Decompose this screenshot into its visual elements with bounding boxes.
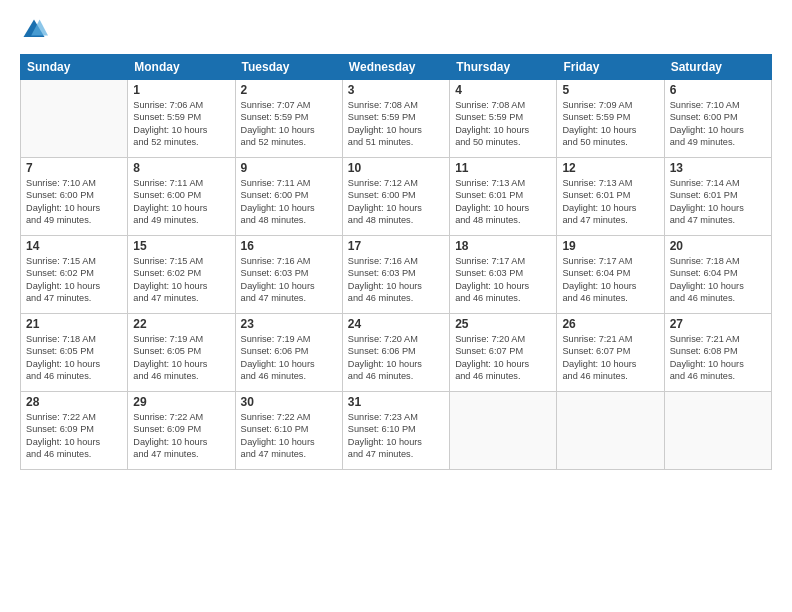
day-number: 9 [241, 161, 337, 175]
day-info: Sunrise: 7:12 AM Sunset: 6:00 PM Dayligh… [348, 177, 444, 227]
day-info: Sunrise: 7:22 AM Sunset: 6:09 PM Dayligh… [133, 411, 229, 461]
calendar-cell: 13Sunrise: 7:14 AM Sunset: 6:01 PM Dayli… [664, 158, 771, 236]
calendar-cell: 26Sunrise: 7:21 AM Sunset: 6:07 PM Dayli… [557, 314, 664, 392]
calendar-cell: 15Sunrise: 7:15 AM Sunset: 6:02 PM Dayli… [128, 236, 235, 314]
day-info: Sunrise: 7:22 AM Sunset: 6:10 PM Dayligh… [241, 411, 337, 461]
calendar-cell: 11Sunrise: 7:13 AM Sunset: 6:01 PM Dayli… [450, 158, 557, 236]
calendar-cell: 25Sunrise: 7:20 AM Sunset: 6:07 PM Dayli… [450, 314, 557, 392]
calendar-week-3: 14Sunrise: 7:15 AM Sunset: 6:02 PM Dayli… [21, 236, 772, 314]
day-info: Sunrise: 7:15 AM Sunset: 6:02 PM Dayligh… [133, 255, 229, 305]
weekday-header-friday: Friday [557, 55, 664, 80]
day-number: 23 [241, 317, 337, 331]
day-number: 7 [26, 161, 122, 175]
calendar-cell: 19Sunrise: 7:17 AM Sunset: 6:04 PM Dayli… [557, 236, 664, 314]
day-info: Sunrise: 7:18 AM Sunset: 6:04 PM Dayligh… [670, 255, 766, 305]
day-info: Sunrise: 7:15 AM Sunset: 6:02 PM Dayligh… [26, 255, 122, 305]
weekday-header-thursday: Thursday [450, 55, 557, 80]
day-number: 31 [348, 395, 444, 409]
calendar-cell: 31Sunrise: 7:23 AM Sunset: 6:10 PM Dayli… [342, 392, 449, 470]
calendar-cell: 17Sunrise: 7:16 AM Sunset: 6:03 PM Dayli… [342, 236, 449, 314]
calendar-cell: 5Sunrise: 7:09 AM Sunset: 5:59 PM Daylig… [557, 80, 664, 158]
day-number: 22 [133, 317, 229, 331]
day-number: 16 [241, 239, 337, 253]
calendar-week-4: 21Sunrise: 7:18 AM Sunset: 6:05 PM Dayli… [21, 314, 772, 392]
day-info: Sunrise: 7:17 AM Sunset: 6:04 PM Dayligh… [562, 255, 658, 305]
day-info: Sunrise: 7:08 AM Sunset: 5:59 PM Dayligh… [455, 99, 551, 149]
day-info: Sunrise: 7:06 AM Sunset: 5:59 PM Dayligh… [133, 99, 229, 149]
day-info: Sunrise: 7:16 AM Sunset: 6:03 PM Dayligh… [241, 255, 337, 305]
day-info: Sunrise: 7:22 AM Sunset: 6:09 PM Dayligh… [26, 411, 122, 461]
calendar-cell: 21Sunrise: 7:18 AM Sunset: 6:05 PM Dayli… [21, 314, 128, 392]
calendar-week-1: 1Sunrise: 7:06 AM Sunset: 5:59 PM Daylig… [21, 80, 772, 158]
calendar-cell: 23Sunrise: 7:19 AM Sunset: 6:06 PM Dayli… [235, 314, 342, 392]
calendar-cell: 2Sunrise: 7:07 AM Sunset: 5:59 PM Daylig… [235, 80, 342, 158]
day-number: 4 [455, 83, 551, 97]
calendar-cell: 28Sunrise: 7:22 AM Sunset: 6:09 PM Dayli… [21, 392, 128, 470]
day-number: 18 [455, 239, 551, 253]
day-number: 10 [348, 161, 444, 175]
day-info: Sunrise: 7:21 AM Sunset: 6:07 PM Dayligh… [562, 333, 658, 383]
day-number: 19 [562, 239, 658, 253]
day-info: Sunrise: 7:09 AM Sunset: 5:59 PM Dayligh… [562, 99, 658, 149]
logo [20, 16, 50, 44]
day-info: Sunrise: 7:13 AM Sunset: 6:01 PM Dayligh… [562, 177, 658, 227]
day-info: Sunrise: 7:16 AM Sunset: 6:03 PM Dayligh… [348, 255, 444, 305]
day-info: Sunrise: 7:18 AM Sunset: 6:05 PM Dayligh… [26, 333, 122, 383]
calendar-week-2: 7Sunrise: 7:10 AM Sunset: 6:00 PM Daylig… [21, 158, 772, 236]
day-info: Sunrise: 7:20 AM Sunset: 6:06 PM Dayligh… [348, 333, 444, 383]
day-info: Sunrise: 7:17 AM Sunset: 6:03 PM Dayligh… [455, 255, 551, 305]
calendar-cell: 18Sunrise: 7:17 AM Sunset: 6:03 PM Dayli… [450, 236, 557, 314]
day-info: Sunrise: 7:23 AM Sunset: 6:10 PM Dayligh… [348, 411, 444, 461]
weekday-header-tuesday: Tuesday [235, 55, 342, 80]
day-info: Sunrise: 7:10 AM Sunset: 6:00 PM Dayligh… [26, 177, 122, 227]
day-number: 6 [670, 83, 766, 97]
day-info: Sunrise: 7:13 AM Sunset: 6:01 PM Dayligh… [455, 177, 551, 227]
calendar-table: SundayMondayTuesdayWednesdayThursdayFrid… [20, 54, 772, 470]
logo-icon [20, 16, 48, 44]
day-number: 2 [241, 83, 337, 97]
day-number: 5 [562, 83, 658, 97]
calendar-cell [450, 392, 557, 470]
calendar-cell: 27Sunrise: 7:21 AM Sunset: 6:08 PM Dayli… [664, 314, 771, 392]
day-number: 29 [133, 395, 229, 409]
calendar-cell: 20Sunrise: 7:18 AM Sunset: 6:04 PM Dayli… [664, 236, 771, 314]
calendar-cell: 9Sunrise: 7:11 AM Sunset: 6:00 PM Daylig… [235, 158, 342, 236]
weekday-header-sunday: Sunday [21, 55, 128, 80]
calendar-cell [557, 392, 664, 470]
day-number: 20 [670, 239, 766, 253]
day-number: 15 [133, 239, 229, 253]
day-number: 13 [670, 161, 766, 175]
calendar-cell: 12Sunrise: 7:13 AM Sunset: 6:01 PM Dayli… [557, 158, 664, 236]
day-info: Sunrise: 7:19 AM Sunset: 6:05 PM Dayligh… [133, 333, 229, 383]
calendar-cell [664, 392, 771, 470]
calendar-cell: 10Sunrise: 7:12 AM Sunset: 6:00 PM Dayli… [342, 158, 449, 236]
weekday-header-saturday: Saturday [664, 55, 771, 80]
weekday-header-wednesday: Wednesday [342, 55, 449, 80]
weekday-header-monday: Monday [128, 55, 235, 80]
calendar-cell: 8Sunrise: 7:11 AM Sunset: 6:00 PM Daylig… [128, 158, 235, 236]
calendar-cell: 3Sunrise: 7:08 AM Sunset: 5:59 PM Daylig… [342, 80, 449, 158]
header [20, 16, 772, 44]
day-number: 17 [348, 239, 444, 253]
day-info: Sunrise: 7:07 AM Sunset: 5:59 PM Dayligh… [241, 99, 337, 149]
day-number: 1 [133, 83, 229, 97]
day-number: 30 [241, 395, 337, 409]
day-info: Sunrise: 7:21 AM Sunset: 6:08 PM Dayligh… [670, 333, 766, 383]
day-number: 26 [562, 317, 658, 331]
calendar-cell [21, 80, 128, 158]
calendar-cell: 4Sunrise: 7:08 AM Sunset: 5:59 PM Daylig… [450, 80, 557, 158]
day-info: Sunrise: 7:20 AM Sunset: 6:07 PM Dayligh… [455, 333, 551, 383]
calendar-cell: 6Sunrise: 7:10 AM Sunset: 6:00 PM Daylig… [664, 80, 771, 158]
calendar-week-5: 28Sunrise: 7:22 AM Sunset: 6:09 PM Dayli… [21, 392, 772, 470]
calendar-cell: 29Sunrise: 7:22 AM Sunset: 6:09 PM Dayli… [128, 392, 235, 470]
calendar-cell: 16Sunrise: 7:16 AM Sunset: 6:03 PM Dayli… [235, 236, 342, 314]
day-number: 21 [26, 317, 122, 331]
calendar-cell: 7Sunrise: 7:10 AM Sunset: 6:00 PM Daylig… [21, 158, 128, 236]
calendar-cell: 30Sunrise: 7:22 AM Sunset: 6:10 PM Dayli… [235, 392, 342, 470]
day-number: 28 [26, 395, 122, 409]
calendar-cell: 24Sunrise: 7:20 AM Sunset: 6:06 PM Dayli… [342, 314, 449, 392]
day-info: Sunrise: 7:11 AM Sunset: 6:00 PM Dayligh… [133, 177, 229, 227]
day-number: 14 [26, 239, 122, 253]
day-info: Sunrise: 7:11 AM Sunset: 6:00 PM Dayligh… [241, 177, 337, 227]
day-number: 3 [348, 83, 444, 97]
